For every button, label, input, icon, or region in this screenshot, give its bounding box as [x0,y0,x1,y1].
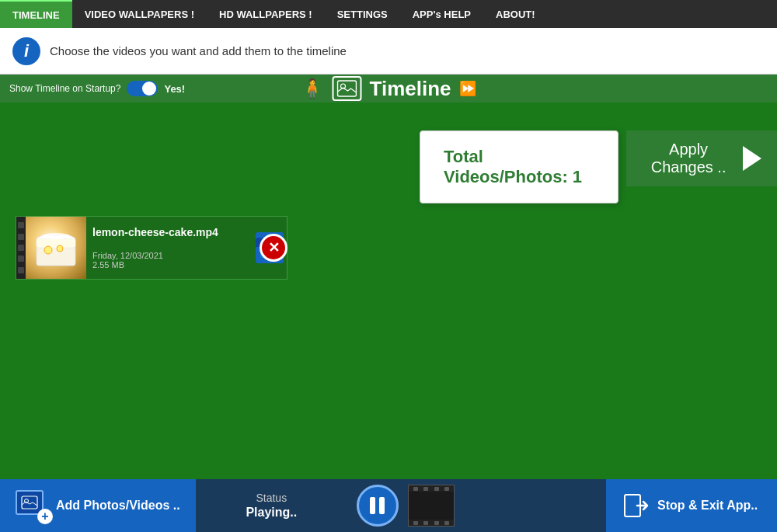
film-preview-top [409,485,454,492]
total-row: Total Videos/Photos: 1 Apply Changes .. [0,103,777,203]
nav-video-wallpapers[interactable]: VIDEO WALLPAPERS ! [72,0,207,28]
info-icon: i [12,37,40,65]
pause-bar-left [370,497,375,514]
apply-changes-label: Apply Changes .. [642,141,735,176]
status-value: Playing.. [246,506,297,520]
film-strip-left [16,217,26,279]
timeline-arrow-icon: ⏩ [459,80,476,97]
video-name: lemon-cheese-cake.mp4 [92,226,249,238]
film-preview [408,485,455,527]
video-date: Friday, 12/03/2021 [92,251,249,260]
top-navigation: TIMELINE VIDEO WALLPAPERS ! HD WALLPAPER… [0,0,777,28]
film-preview-hole [444,487,449,491]
total-box: Total Videos/Photos: 1 [420,130,618,203]
app-window: TIMELINE VIDEO WALLPAPERS ! HD WALLPAPER… [0,0,777,532]
close-icon: ✕ [268,241,280,255]
add-photos-label: Add Photos/Videos .. [56,499,180,513]
stop-exit-button[interactable]: Stop & Exit App.. [606,479,777,532]
nav-settings[interactable]: SETTINGS [325,0,400,28]
svg-rect-3 [37,238,75,248]
film-preview-hole [434,521,439,525]
add-photos-icon-container: + [16,490,50,521]
nav-timeline[interactable]: TIMELINE [0,0,72,28]
apply-arrow-icon [743,146,761,171]
film-preview-bottom [409,520,454,526]
nav-hd-wallpapers[interactable]: HD WALLPAPERS ! [207,0,325,28]
nav-apps-help[interactable]: APP's HELP [400,0,483,28]
film-preview-hole [413,521,418,525]
video-size: 2.55 MB [92,260,249,269]
exit-door-icon [622,492,650,520]
pause-icon [370,497,385,514]
startup-label: Show Timeline on Startup? [9,83,120,94]
add-photos-button[interactable]: + Add Photos/Videos .. [0,479,196,532]
total-count: 1 [573,167,582,186]
pause-bar-right [379,497,385,514]
toggle-value-label: Yes! [164,83,185,95]
film-preview-hole [434,487,439,491]
pause-button[interactable] [357,485,399,527]
svg-rect-0 [337,81,356,96]
nav-about[interactable]: ABOUT! [483,0,548,28]
stop-exit-label: Stop & Exit App.. [657,499,758,513]
video-thumbnail [16,217,86,279]
content-area: Show Timeline on Startup? Yes! 🧍 Timelin… [0,75,777,532]
svg-point-6 [42,233,70,239]
thumb-image [26,217,86,279]
film-hole [18,222,24,228]
film-hole [18,267,24,273]
startup-toggle[interactable] [127,81,158,96]
timeline-header: 🧍 Timeline ⏩ [301,75,476,103]
toggle-knob [142,82,156,96]
film-hole [18,256,24,262]
add-circle-icon: + [37,509,53,524]
startup-bar: Show Timeline on Startup? Yes! 🧍 Timelin… [0,75,777,103]
photo-icon [332,76,361,101]
film-hole [18,234,24,240]
apply-changes-button[interactable]: Apply Changes .. [626,130,777,186]
status-label: Status [256,492,287,504]
timeline-title: Timeline [369,77,451,101]
svg-point-4 [44,246,52,254]
film-preview-hole [413,487,418,491]
film-hole [18,245,24,251]
video-info: lemon-cheese-cake.mp4 Friday, 12/03/2021… [86,223,256,273]
person-icon: 🧍 [301,78,324,99]
film-preview-main [409,492,454,520]
svg-rect-2 [37,246,75,266]
total-label: Total Videos/Photos: [444,147,568,186]
info-bar: i Choose the videos you want and add the… [0,28,777,75]
status-section: Status Playing.. [196,492,347,520]
svg-point-5 [57,245,63,252]
bottom-bar: + Add Photos/Videos .. Status Playing.. [0,479,777,532]
film-preview-hole [423,487,428,491]
film-preview-hole [444,521,449,525]
video-item: lemon-cheese-cake.mp4 Friday, 12/03/2021… [16,216,287,280]
info-text: Choose the videos you want and add them … [50,44,347,57]
film-preview-hole [423,521,428,525]
remove-video-button[interactable]: ✕ [260,234,287,262]
